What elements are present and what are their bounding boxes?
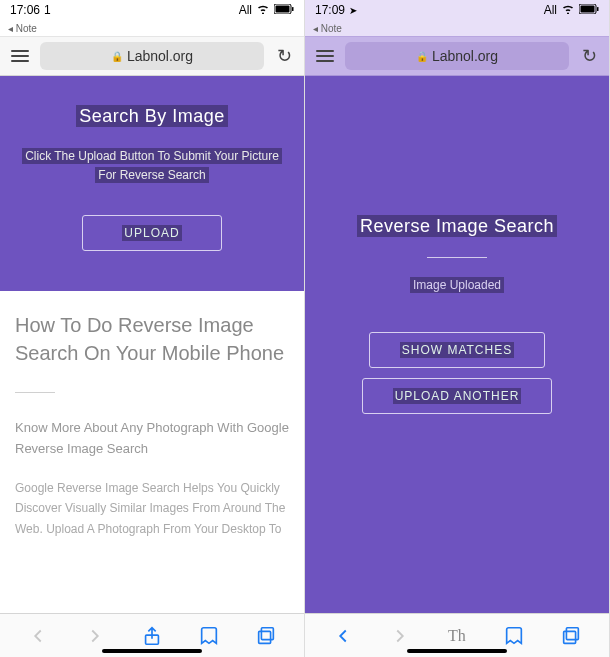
back-button[interactable] — [16, 614, 60, 658]
article-section: How To Do Reverse Image Search On Your M… — [0, 291, 304, 613]
battery-icon — [274, 3, 294, 17]
status-bar: 17:09 ➤ All — [305, 0, 609, 20]
address-bar: 🔒 Labnol.org ↻ — [0, 36, 304, 76]
url-text: Labnol.org — [127, 48, 193, 64]
tabs-button[interactable] — [244, 614, 288, 658]
location-icon: ➤ — [349, 5, 357, 16]
phone-left: 17:06 1 All ◂ Note 🔒 Labnol.org ↻ Search… — [0, 0, 305, 657]
svg-rect-5 — [258, 631, 270, 643]
hero-title: Search By Image — [15, 106, 289, 127]
article-headline: How To Do Reverse Image Search On Your M… — [15, 311, 289, 367]
lock-icon: 🔒 — [111, 51, 123, 62]
note-back[interactable]: ◂ Note — [305, 20, 609, 36]
hero-section: Search By Image Click The Upload Button … — [0, 76, 304, 291]
url-text: Labnol.org — [432, 48, 498, 64]
menu-icon[interactable] — [8, 44, 32, 68]
hero-subtitle: Click The Upload Button To Submit Your P… — [15, 147, 289, 185]
reload-icon[interactable]: ↻ — [577, 44, 601, 68]
upload-button[interactable]: UPLOAD — [82, 215, 222, 251]
tabs-button[interactable] — [549, 614, 593, 658]
page-content: Search By Image Click The Upload Button … — [0, 76, 304, 613]
home-indicator[interactable] — [102, 649, 202, 653]
page-content: Reverse Image Search Image Uploaded SHOW… — [305, 76, 609, 613]
article-body: Google Reverse Image Search Helps You Qu… — [15, 478, 289, 539]
wifi-icon — [561, 3, 575, 17]
home-indicator[interactable] — [407, 649, 507, 653]
status-carrier: All — [544, 3, 557, 17]
battery-icon — [579, 3, 599, 17]
status-carrier: All — [239, 3, 252, 17]
status-time: 17:06 — [10, 3, 40, 17]
hero-section: Reverse Image Search Image Uploaded SHOW… — [305, 76, 609, 613]
phone-right: 17:09 ➤ All ◂ Note 🔒 Labnol.org ↻ Revers… — [305, 0, 610, 657]
wifi-icon — [256, 3, 270, 17]
status-signal: 1 — [44, 3, 51, 17]
svg-rect-8 — [597, 7, 599, 11]
svg-rect-9 — [566, 627, 578, 639]
article-lead: Know More About Any Photograph With Goog… — [15, 418, 289, 460]
upload-another-button[interactable]: UPLOAD ANOTHER — [362, 378, 553, 414]
status-bar: 17:06 1 All — [0, 0, 304, 20]
article-divider — [15, 392, 55, 393]
svg-rect-10 — [563, 631, 575, 643]
svg-rect-4 — [261, 627, 273, 639]
lock-icon: 🔒 — [416, 51, 428, 62]
hero-divider — [427, 257, 487, 258]
note-back[interactable]: ◂ Note — [0, 20, 304, 36]
hero-title: Reverse Image Search — [320, 216, 594, 237]
menu-icon[interactable] — [313, 44, 337, 68]
svg-rect-7 — [581, 6, 595, 13]
svg-rect-1 — [276, 6, 290, 13]
reload-icon[interactable]: ↻ — [272, 44, 296, 68]
address-bar: 🔒 Labnol.org ↻ — [305, 36, 609, 76]
upload-status: Image Uploaded — [320, 278, 594, 292]
url-field[interactable]: 🔒 Labnol.org — [40, 42, 264, 70]
url-field[interactable]: 🔒 Labnol.org — [345, 42, 569, 70]
show-matches-button[interactable]: SHOW MATCHES — [369, 332, 545, 368]
back-button[interactable] — [321, 614, 365, 658]
status-time: 17:09 — [315, 3, 345, 17]
svg-rect-2 — [292, 7, 294, 11]
